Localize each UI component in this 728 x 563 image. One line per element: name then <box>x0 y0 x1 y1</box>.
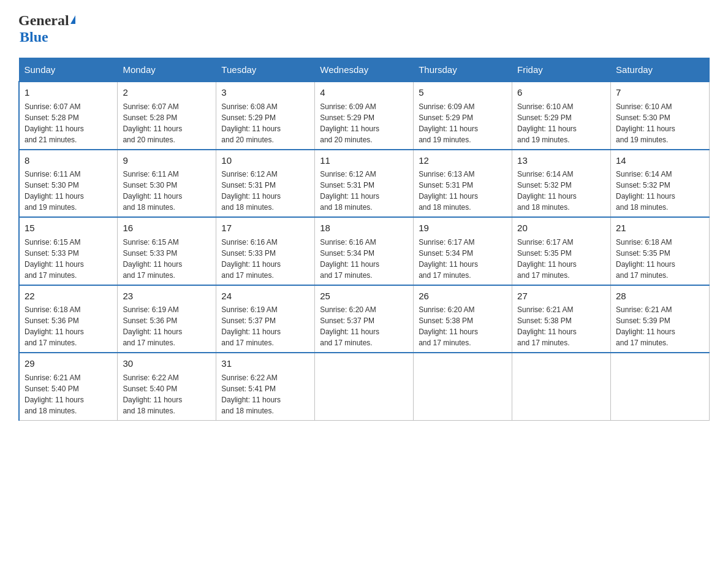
day-number: 18 <box>320 221 408 236</box>
day-info: Sunrise: 6:10 AMSunset: 5:30 PMDaylight:… <box>616 101 704 145</box>
day-info: Sunrise: 6:22 AMSunset: 5:41 PMDaylight:… <box>221 372 309 416</box>
calendar-cell: 4Sunrise: 6:09 AMSunset: 5:29 PMDaylight… <box>315 82 414 150</box>
day-info: Sunrise: 6:14 AMSunset: 5:32 PMDaylight:… <box>517 169 605 213</box>
calendar-week-row: 29Sunrise: 6:21 AMSunset: 5:40 PMDayligh… <box>19 353 710 420</box>
day-info: Sunrise: 6:15 AMSunset: 5:33 PMDaylight:… <box>123 237 211 281</box>
day-info: Sunrise: 6:12 AMSunset: 5:31 PMDaylight:… <box>320 169 408 213</box>
calendar-cell: 7Sunrise: 6:10 AMSunset: 5:30 PMDaylight… <box>611 82 710 150</box>
calendar-cell: 27Sunrise: 6:21 AMSunset: 5:38 PMDayligh… <box>512 285 611 353</box>
calendar-cell: 1Sunrise: 6:07 AMSunset: 5:28 PMDaylight… <box>19 82 118 150</box>
day-number: 5 <box>419 86 507 100</box>
day-number: 12 <box>419 154 507 168</box>
day-info: Sunrise: 6:21 AMSunset: 5:40 PMDaylight:… <box>25 372 112 416</box>
day-number: 2 <box>123 86 211 100</box>
day-info: Sunrise: 6:16 AMSunset: 5:33 PMDaylight:… <box>221 237 309 281</box>
day-info: Sunrise: 6:11 AMSunset: 5:30 PMDaylight:… <box>123 169 211 213</box>
calendar-cell: 13Sunrise: 6:14 AMSunset: 5:32 PMDayligh… <box>512 150 611 218</box>
calendar-cell: 15Sunrise: 6:15 AMSunset: 5:33 PMDayligh… <box>19 217 118 285</box>
day-info: Sunrise: 6:09 AMSunset: 5:29 PMDaylight:… <box>419 101 507 145</box>
day-info: Sunrise: 6:14 AMSunset: 5:32 PMDaylight:… <box>616 169 704 213</box>
page-header: General Blue <box>18 12 710 45</box>
day-of-week-header: Sunday <box>19 58 118 82</box>
calendar-cell <box>611 353 710 420</box>
day-info: Sunrise: 6:17 AMSunset: 5:34 PMDaylight:… <box>419 237 507 281</box>
day-of-week-header: Saturday <box>611 58 710 82</box>
calendar-header-row: SundayMondayTuesdayWednesdayThursdayFrid… <box>19 58 710 82</box>
day-info: Sunrise: 6:19 AMSunset: 5:37 PMDaylight:… <box>221 304 309 348</box>
logo-general-text: General <box>18 12 69 29</box>
day-number: 31 <box>221 357 309 371</box>
calendar-cell: 2Sunrise: 6:07 AMSunset: 5:28 PMDaylight… <box>118 82 216 150</box>
day-number: 15 <box>25 221 112 236</box>
day-info: Sunrise: 6:19 AMSunset: 5:36 PMDaylight:… <box>123 304 211 348</box>
day-info: Sunrise: 6:17 AMSunset: 5:35 PMDaylight:… <box>517 237 605 281</box>
calendar-cell <box>414 353 512 420</box>
day-number: 3 <box>221 86 309 100</box>
day-number: 20 <box>517 221 605 236</box>
day-number: 4 <box>320 86 408 100</box>
day-info: Sunrise: 6:20 AMSunset: 5:38 PMDaylight:… <box>419 304 507 348</box>
day-number: 6 <box>517 86 605 100</box>
calendar-cell: 20Sunrise: 6:17 AMSunset: 5:35 PMDayligh… <box>512 217 611 285</box>
day-number: 29 <box>25 357 112 371</box>
calendar-cell: 31Sunrise: 6:22 AMSunset: 5:41 PMDayligh… <box>216 353 315 420</box>
calendar-cell: 30Sunrise: 6:22 AMSunset: 5:40 PMDayligh… <box>118 353 216 420</box>
calendar-cell <box>315 353 414 420</box>
day-info: Sunrise: 6:20 AMSunset: 5:37 PMDaylight:… <box>320 304 408 348</box>
day-info: Sunrise: 6:13 AMSunset: 5:31 PMDaylight:… <box>419 169 507 213</box>
day-number: 24 <box>221 289 309 304</box>
calendar-week-row: 8Sunrise: 6:11 AMSunset: 5:30 PMDaylight… <box>19 150 710 218</box>
calendar-cell: 6Sunrise: 6:10 AMSunset: 5:29 PMDaylight… <box>512 82 611 150</box>
calendar-cell: 3Sunrise: 6:08 AMSunset: 5:29 PMDaylight… <box>216 82 315 150</box>
day-of-week-header: Friday <box>512 58 611 82</box>
calendar-cell: 11Sunrise: 6:12 AMSunset: 5:31 PMDayligh… <box>315 150 414 218</box>
day-number: 9 <box>123 154 211 168</box>
calendar-cell: 19Sunrise: 6:17 AMSunset: 5:34 PMDayligh… <box>414 217 512 285</box>
calendar-table: SundayMondayTuesdayWednesdayThursdayFrid… <box>18 58 710 421</box>
day-number: 28 <box>616 289 704 304</box>
logo: General Blue <box>18 12 75 45</box>
day-info: Sunrise: 6:07 AMSunset: 5:28 PMDaylight:… <box>123 101 211 145</box>
calendar-cell: 18Sunrise: 6:16 AMSunset: 5:34 PMDayligh… <box>315 217 414 285</box>
calendar-week-row: 15Sunrise: 6:15 AMSunset: 5:33 PMDayligh… <box>19 217 710 285</box>
day-info: Sunrise: 6:12 AMSunset: 5:31 PMDaylight:… <box>221 169 309 213</box>
day-number: 7 <box>616 86 704 100</box>
calendar-cell: 17Sunrise: 6:16 AMSunset: 5:33 PMDayligh… <box>216 217 315 285</box>
day-number: 22 <box>25 289 112 304</box>
day-number: 26 <box>419 289 507 304</box>
calendar-cell: 26Sunrise: 6:20 AMSunset: 5:38 PMDayligh… <box>414 285 512 353</box>
day-of-week-header: Wednesday <box>315 58 414 82</box>
day-number: 16 <box>123 221 211 236</box>
day-number: 11 <box>320 154 408 168</box>
day-number: 13 <box>517 154 605 168</box>
calendar-cell: 28Sunrise: 6:21 AMSunset: 5:39 PMDayligh… <box>611 285 710 353</box>
day-info: Sunrise: 6:16 AMSunset: 5:34 PMDaylight:… <box>320 237 408 281</box>
calendar-cell: 10Sunrise: 6:12 AMSunset: 5:31 PMDayligh… <box>216 150 315 218</box>
calendar-week-row: 22Sunrise: 6:18 AMSunset: 5:36 PMDayligh… <box>19 285 710 353</box>
day-info: Sunrise: 6:10 AMSunset: 5:29 PMDaylight:… <box>517 101 605 145</box>
day-number: 21 <box>616 221 704 236</box>
day-info: Sunrise: 6:11 AMSunset: 5:30 PMDaylight:… <box>25 169 112 213</box>
day-number: 30 <box>123 357 211 371</box>
logo-blue-text: Blue <box>20 29 48 45</box>
calendar-cell: 22Sunrise: 6:18 AMSunset: 5:36 PMDayligh… <box>19 285 118 353</box>
calendar-cell: 8Sunrise: 6:11 AMSunset: 5:30 PMDaylight… <box>19 150 118 218</box>
day-info: Sunrise: 6:21 AMSunset: 5:39 PMDaylight:… <box>616 304 704 348</box>
calendar-week-row: 1Sunrise: 6:07 AMSunset: 5:28 PMDaylight… <box>19 82 710 150</box>
day-info: Sunrise: 6:15 AMSunset: 5:33 PMDaylight:… <box>25 237 112 281</box>
calendar-cell: 24Sunrise: 6:19 AMSunset: 5:37 PMDayligh… <box>216 285 315 353</box>
day-number: 25 <box>320 289 408 304</box>
day-number: 19 <box>419 221 507 236</box>
day-info: Sunrise: 6:18 AMSunset: 5:36 PMDaylight:… <box>25 304 112 348</box>
calendar-cell: 29Sunrise: 6:21 AMSunset: 5:40 PMDayligh… <box>19 353 118 420</box>
day-info: Sunrise: 6:07 AMSunset: 5:28 PMDaylight:… <box>25 101 112 145</box>
day-info: Sunrise: 6:18 AMSunset: 5:35 PMDaylight:… <box>616 237 704 281</box>
calendar-cell <box>512 353 611 420</box>
day-info: Sunrise: 6:21 AMSunset: 5:38 PMDaylight:… <box>517 304 605 348</box>
day-info: Sunrise: 6:08 AMSunset: 5:29 PMDaylight:… <box>221 101 309 145</box>
day-info: Sunrise: 6:22 AMSunset: 5:40 PMDaylight:… <box>123 372 211 416</box>
day-info: Sunrise: 6:09 AMSunset: 5:29 PMDaylight:… <box>320 101 408 145</box>
day-number: 17 <box>221 221 309 236</box>
calendar-cell: 16Sunrise: 6:15 AMSunset: 5:33 PMDayligh… <box>118 217 216 285</box>
day-number: 8 <box>25 154 112 168</box>
